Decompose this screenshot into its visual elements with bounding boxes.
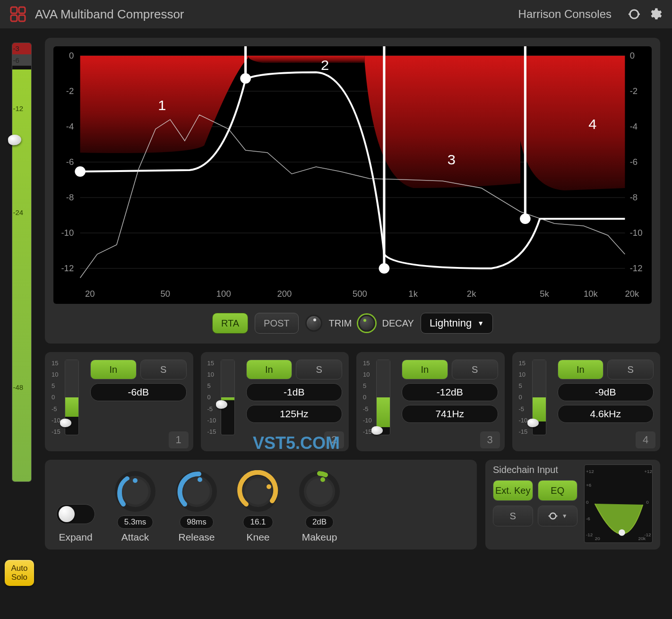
svg-text:-2: -2 [66, 86, 74, 96]
svg-rect-3 [19, 15, 25, 21]
band-panel-1: 151050-5-10-15 In S -6dB 1 [45, 352, 193, 451]
svg-point-61 [550, 513, 556, 519]
preset-icon[interactable] [627, 7, 642, 22]
band-2-gain[interactable]: -1dB [246, 383, 343, 401]
spectrum-graph[interactable]: 1 2 3 4 0-2-4-6-8-10-12 0-2-4-6-8-10-12 … [53, 46, 652, 304]
knee-value[interactable]: 16.1 [243, 516, 273, 529]
band-2-meter[interactable] [221, 360, 235, 435]
svg-point-20 [75, 166, 86, 177]
gear-icon[interactable] [647, 7, 663, 22]
release-knob[interactable] [175, 470, 218, 513]
rta-controls: RTA POST TRIM DECAY Lightning ▼ [53, 311, 652, 335]
app-logo [9, 6, 26, 23]
svg-text:-12: -12 [586, 532, 593, 537]
svg-text:-8: -8 [66, 192, 74, 202]
band-1-number: 1 [169, 431, 189, 448]
band-3-gain[interactable]: -12dB [402, 383, 498, 401]
attack-knob[interactable] [114, 470, 156, 513]
expand-toggle[interactable] [56, 504, 95, 524]
band-2-number: 2 [324, 431, 344, 448]
svg-text:-6: -6 [66, 157, 74, 167]
svg-point-51 [133, 478, 138, 483]
band-2-handle[interactable] [216, 400, 227, 409]
band-3-handle[interactable] [371, 426, 383, 435]
svg-point-54 [198, 477, 202, 482]
knee-knob[interactable] [237, 470, 279, 513]
svg-point-4 [630, 10, 638, 18]
band-4-solo-button[interactable]: S [607, 360, 654, 379]
svg-text:-2: -2 [630, 86, 638, 96]
sc-listen-dropdown[interactable]: ▼ [538, 506, 578, 526]
svg-text:-4: -4 [630, 121, 638, 131]
ext-key-button[interactable]: Ext. Key [493, 480, 533, 501]
band-panel-3: 151050-5-10-15 In S -12dB 741Hz 3 [356, 352, 505, 451]
band-3-number: 3 [480, 431, 500, 448]
post-button[interactable]: POST [255, 313, 298, 334]
trim-knob[interactable] [305, 315, 322, 332]
release-value[interactable]: 98ms [180, 516, 214, 529]
band-4-freq[interactable]: 4.6kHz [558, 405, 654, 423]
svg-text:-6: -6 [630, 157, 638, 167]
svg-text:1k: 1k [408, 289, 418, 299]
graph-panel: 1 2 3 4 0-2-4-6-8-10-12 0-2-4-6-8-10-12 … [45, 38, 660, 344]
band-1-gain[interactable]: -6dB [90, 383, 187, 401]
band-3-in-button[interactable]: In [402, 360, 448, 379]
sc-eq-button[interactable]: EQ [538, 480, 578, 501]
makeup-knob[interactable] [298, 470, 341, 513]
svg-rect-2 [11, 15, 17, 21]
band-4-handle[interactable] [527, 419, 539, 427]
band-2-freq[interactable]: 125Hz [246, 405, 343, 423]
svg-text:3: 3 [448, 151, 456, 167]
decay-preset-dropdown[interactable]: Lightning ▼ [421, 313, 493, 334]
svg-text:-4: -4 [66, 121, 74, 131]
svg-text:500: 500 [353, 289, 367, 299]
makeup-value[interactable]: 2dB [305, 516, 334, 529]
sidechain-title: Sidechain Input [493, 464, 577, 475]
svg-text:2k: 2k [467, 289, 476, 299]
svg-point-15 [240, 73, 251, 84]
band-1-solo-button[interactable]: S [140, 360, 187, 379]
svg-text:100: 100 [216, 289, 231, 299]
band-panel-2: 151050-5-10-15 In S -1dB 125Hz 2 [201, 352, 349, 451]
header-bar: AVA Multiband Compressor Harrison Consol… [0, 0, 672, 28]
svg-text:0: 0 [69, 51, 74, 60]
band-1-handle[interactable] [60, 419, 71, 427]
svg-point-59 [306, 478, 333, 505]
bands-row: 151050-5-10-15 In S -6dB 1 [45, 352, 660, 451]
band-3-freq[interactable]: 741Hz [402, 405, 498, 423]
svg-text:200: 200 [277, 289, 292, 299]
decay-knob[interactable] [358, 315, 375, 332]
svg-text:+6: +6 [586, 482, 592, 488]
svg-text:-10: -10 [630, 228, 643, 238]
band-1-in-button[interactable]: In [90, 360, 137, 379]
rta-button[interactable]: RTA [212, 313, 248, 334]
sc-solo-button[interactable]: S [493, 506, 533, 526]
band-4-in-button[interactable]: In [558, 360, 604, 379]
svg-rect-0 [11, 7, 17, 13]
svg-text:-12: -12 [630, 263, 643, 273]
makeup-label: Makeup [302, 532, 337, 543]
brand-name: Harrison Consoles [518, 8, 612, 21]
band-3-meter[interactable] [376, 360, 390, 435]
svg-text:+12: +12 [644, 469, 652, 474]
svg-point-17 [379, 263, 390, 274]
band-4-gain[interactable]: -9dB [558, 383, 654, 401]
svg-text:10k: 10k [584, 289, 598, 299]
band-2-in-button[interactable]: In [246, 360, 293, 379]
svg-text:-8: -8 [630, 192, 638, 202]
band-3-solo-button[interactable]: S [452, 360, 498, 379]
svg-text:0: 0 [646, 499, 649, 505]
svg-text:20k: 20k [638, 536, 646, 541]
svg-text:20: 20 [85, 289, 95, 299]
chevron-down-icon: ▼ [477, 319, 484, 327]
band-panel-4: 151050-5-10-15 In S -9dB 4.6kHz 4 [512, 352, 661, 451]
svg-text:-6: -6 [586, 516, 590, 522]
svg-text:2: 2 [321, 57, 329, 73]
auto-solo-button[interactable]: Auto Solo [5, 560, 34, 586]
input-meter[interactable]: -3 -6 -12 -24 -48 [12, 43, 32, 482]
attack-value[interactable]: 5.3ms [117, 516, 153, 529]
sidechain-eq-graph[interactable]: +12+60-6-12 +120-12 2020k [584, 464, 653, 543]
svg-text:-10: -10 [61, 228, 74, 238]
band-2-solo-button[interactable]: S [296, 360, 342, 379]
input-meter-column: -3 -6 -12 -24 -48 [0, 28, 40, 619]
